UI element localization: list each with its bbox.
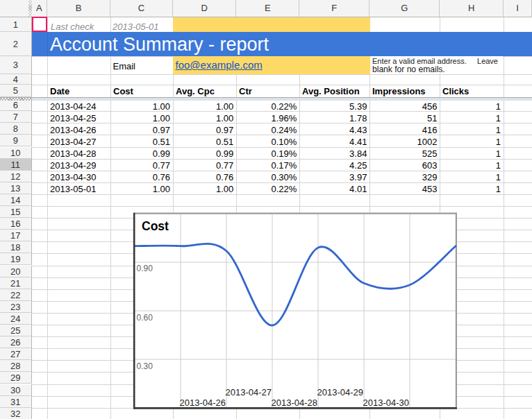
svg-text:0.60: 0.60 xyxy=(137,313,153,323)
svg-text:2013-04-30: 2013-04-30 xyxy=(363,397,410,408)
svg-text:Cost: Cost xyxy=(142,219,169,233)
svg-text:2013-04-26: 2013-04-26 xyxy=(180,397,226,408)
svg-text:2013-04-28: 2013-04-28 xyxy=(272,397,318,408)
svg-text:0.90: 0.90 xyxy=(137,264,153,273)
svg-text:2013-04-29: 2013-04-29 xyxy=(317,387,364,397)
svg-text:2013-04-27: 2013-04-27 xyxy=(226,387,272,397)
svg-text:0.30: 0.30 xyxy=(137,361,153,371)
